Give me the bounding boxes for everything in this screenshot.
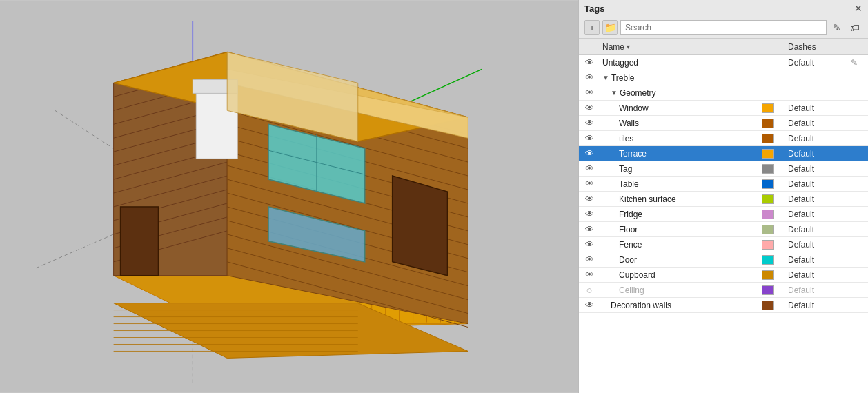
dashes-cell: Default — [785, 103, 840, 113]
tag-name-label: Cupboard — [619, 270, 655, 280]
visibility-toggle[interactable]: 👁 — [579, 270, 600, 280]
dashes-label: Default — [788, 103, 814, 113]
color-swatch-cell — [751, 225, 785, 234]
dashes-cell: Default — [785, 210, 840, 219]
pencil-icon[interactable]: ✎ — [829, 20, 845, 35]
tag-row[interactable]: 👁FloorDefault — [579, 222, 868, 237]
dashes-label: Default — [788, 194, 814, 204]
color-swatch[interactable] — [762, 119, 774, 128]
visibility-toggle[interactable]: 👁 — [579, 57, 600, 68]
tag-name-cell: Tag — [600, 164, 751, 174]
color-swatch-cell — [751, 103, 785, 113]
dashes-label: Default — [788, 164, 814, 174]
search-input[interactable] — [620, 20, 827, 35]
tag-row[interactable]: 👁Decoration wallsDefault — [579, 298, 868, 313]
tag-row[interactable]: 👁▼Geometry — [579, 85, 868, 101]
dashes-col-header: Dashes — [785, 42, 840, 52]
color-swatch[interactable] — [762, 255, 774, 265]
visibility-toggle[interactable]: 👁 — [579, 239, 600, 250]
dashes-cell: Default — [785, 194, 840, 204]
close-icon[interactable]: ✕ — [854, 3, 862, 14]
tag-row[interactable]: 👁▼Treble — [579, 70, 868, 85]
visibility-toggle[interactable]: 👁 — [579, 88, 600, 98]
color-swatch-cell — [751, 210, 785, 219]
tag-row[interactable]: 👁FridgeDefault — [579, 207, 868, 222]
tag-name-label: Walls — [619, 119, 639, 128]
visibility-toggle[interactable]: 👁 — [579, 194, 600, 204]
color-swatch[interactable] — [762, 240, 774, 250]
tag-name-cell: Terrace — [600, 149, 751, 159]
tag-name-label: Floor — [619, 225, 638, 234]
tag-name-cell: Kitchen surface — [600, 194, 751, 204]
tag-name-cell: Cupboard — [600, 270, 751, 280]
extra-cell: ✎ — [840, 58, 868, 68]
tags-panel-header: Tags ✕ — [579, 0, 868, 17]
color-swatch[interactable] — [762, 179, 774, 189]
tag-row[interactable]: 👁DoorDefault — [579, 252, 868, 268]
tag-row[interactable]: 👁UntaggedDefault✎ — [579, 55, 868, 70]
visibility-toggle[interactable]: 👁 — [579, 72, 600, 83]
tag-name-label: Kitchen surface — [619, 194, 676, 204]
tag-name-cell: Ceiling — [600, 285, 751, 295]
color-swatch[interactable] — [762, 134, 774, 143]
color-swatch-cell — [751, 301, 785, 310]
add-folder-button[interactable]: 📁 — [602, 20, 618, 35]
tag-name-cell: ▼Treble — [600, 73, 751, 83]
dashes-label: Default — [788, 285, 814, 295]
tag-name-label: Geometry — [620, 88, 656, 98]
color-swatch-cell — [751, 270, 785, 280]
expand-icon[interactable]: ▼ — [602, 74, 609, 81]
tag-row[interactable]: 👁FenceDefault — [579, 237, 868, 252]
visibility-toggle[interactable]: 👁 — [579, 133, 600, 143]
visibility-toggle[interactable]: ○ — [579, 284, 600, 296]
name-col-header[interactable]: Name ▾ — [600, 42, 751, 52]
visibility-toggle[interactable]: 👁 — [579, 179, 600, 189]
color-swatch[interactable] — [762, 210, 774, 219]
tag-row[interactable]: ○CeilingDefault — [579, 283, 868, 298]
tag-name-label: tiles — [619, 134, 633, 143]
dashes-label: Default — [788, 240, 814, 250]
tag-row[interactable]: 👁CupboardDefault — [579, 268, 868, 283]
tag-row[interactable]: 👁WallsDefault — [579, 116, 868, 131]
visibility-toggle[interactable]: 👁 — [579, 254, 600, 265]
tag-name-label: Treble — [611, 73, 635, 83]
add-tag-button[interactable]: + — [584, 20, 600, 35]
tags-panel-title: Tags — [584, 3, 604, 14]
dashes-cell: Default — [785, 58, 840, 68]
tag-name-cell: Table — [600, 179, 751, 189]
visibility-toggle[interactable]: 👁 — [579, 118, 600, 128]
visibility-toggle[interactable]: 👁 — [579, 103, 600, 113]
visibility-toggle[interactable]: 👁 — [579, 300, 600, 310]
color-swatch[interactable] — [762, 285, 774, 295]
tag-name-cell: Fridge — [600, 210, 751, 219]
tag-row[interactable]: 👁tilesDefault — [579, 131, 868, 146]
color-swatch[interactable] — [762, 301, 774, 310]
color-swatch[interactable] — [762, 225, 774, 234]
dashes-label: Default — [788, 270, 814, 280]
dashes-label: Default — [788, 255, 814, 265]
tags-toolbar: + 📁 ✎ 🏷 — [579, 17, 868, 39]
expand-icon[interactable]: ▼ — [611, 89, 618, 97]
tag-row[interactable]: 👁WindowDefault — [579, 101, 868, 116]
tag-icon[interactable]: 🏷 — [847, 20, 862, 35]
visibility-toggle[interactable]: 👁 — [579, 209, 600, 219]
tag-row[interactable]: 👁TableDefault — [579, 177, 868, 192]
visibility-toggle[interactable]: 👁 — [579, 148, 600, 159]
visibility-toggle[interactable]: 👁 — [579, 163, 600, 174]
dashes-cell: Default — [785, 225, 840, 234]
tag-row[interactable]: 👁TerraceDefault — [579, 146, 868, 161]
color-swatch[interactable] — [762, 103, 774, 113]
color-swatch[interactable] — [762, 194, 774, 204]
tags-table[interactable]: 👁UntaggedDefault✎👁▼Treble👁▼Geometry👁Wind… — [579, 55, 868, 393]
color-swatch-cell — [751, 194, 785, 204]
color-swatch[interactable] — [762, 149, 774, 159]
tag-row[interactable]: 👁Kitchen surfaceDefault — [579, 192, 868, 207]
dashes-cell: Default — [785, 270, 840, 280]
tag-name-cell: ▼Geometry — [600, 88, 751, 98]
tag-row[interactable]: 👁TagDefault — [579, 161, 868, 177]
color-swatch[interactable] — [762, 164, 774, 174]
edit-icon[interactable]: ✎ — [851, 58, 858, 68]
color-swatch[interactable] — [762, 270, 774, 280]
visibility-toggle[interactable]: 👁 — [579, 224, 600, 234]
viewport-3d[interactable] — [0, 0, 578, 393]
